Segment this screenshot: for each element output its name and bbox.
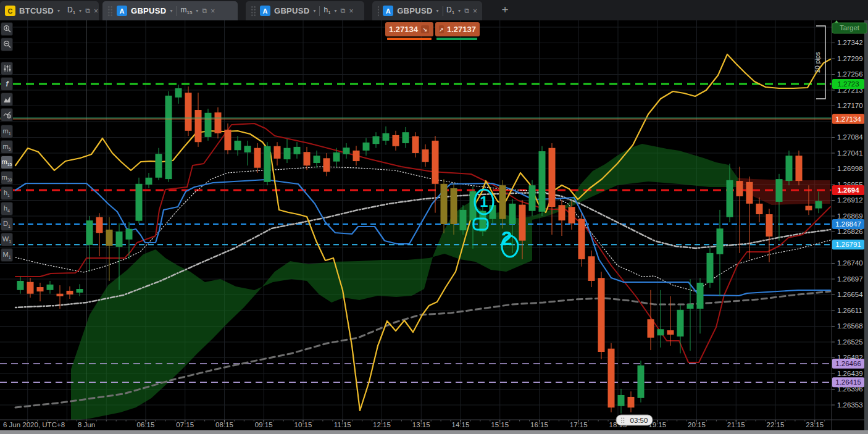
drag-grip-icon xyxy=(624,422,625,423)
indicators-f-button[interactable]: f xyxy=(1,77,13,91)
candle xyxy=(707,248,714,288)
popout-icon[interactable]: ⧉ xyxy=(85,7,90,15)
price-tick-label: 1.26525 xyxy=(837,338,863,346)
tab-gbpusd-h1[interactable]: A GBPUSD ▾ h1 ▾ ⧉ × xyxy=(246,1,364,20)
price-tag-1.26847[interactable]: 1.26847 xyxy=(832,219,864,229)
price-tick-label: 1.26654 xyxy=(837,291,863,298)
price-tick-label: 1.27256 xyxy=(837,70,863,78)
candle-body xyxy=(126,229,133,240)
chevron-down-icon[interactable]: ▾ xyxy=(335,8,337,14)
chart-display-settings-button[interactable] xyxy=(1,62,13,75)
popout-icon[interactable]: ⧉ xyxy=(464,7,469,15)
candle-body xyxy=(373,136,380,144)
timeframe-button-M1[interactable]: M1 xyxy=(1,248,13,262)
candle-body xyxy=(363,143,370,151)
candle-body xyxy=(304,152,311,165)
chevron-down-icon[interactable]: ▾ xyxy=(458,8,461,14)
account-a-icon: A xyxy=(117,6,127,16)
candle-body xyxy=(67,291,73,294)
candle-body xyxy=(175,88,182,98)
drawing-number-label[interactable]: 2 xyxy=(501,227,512,249)
time-tick-label: 10:15 xyxy=(294,421,312,428)
zoom-out-button[interactable] xyxy=(1,38,13,51)
chevron-down-icon[interactable]: ▾ xyxy=(436,8,439,14)
buy-button[interactable]: ↗ 1.27137 xyxy=(435,22,480,36)
price-tag-1.27134[interactable]: 1.27134 xyxy=(832,114,864,124)
zoom-in-icon xyxy=(3,25,11,34)
candle-body xyxy=(195,110,202,142)
price-tick-label: 1.26353 xyxy=(837,401,863,409)
price-tick-label: 1.27299 xyxy=(837,55,863,62)
candle-body xyxy=(17,281,24,290)
close-icon[interactable]: × xyxy=(349,7,353,15)
drag-grip-icon[interactable] xyxy=(377,6,379,17)
popout-icon[interactable]: ⧉ xyxy=(341,7,346,15)
timeframe-button-m5[interactable]: m5 xyxy=(1,140,13,154)
tab-gbpusd-d1[interactable]: A GBPUSD ▾ D1 ▾ ⧉ × xyxy=(372,1,482,20)
candle-body xyxy=(667,330,674,335)
bar-countdown-marker[interactable]: 03:50 xyxy=(616,415,653,425)
close-icon[interactable]: × xyxy=(94,7,98,15)
chevron-down-icon[interactable]: ▾ xyxy=(170,8,172,14)
candle-body xyxy=(215,112,222,133)
chevron-down-icon[interactable]: ▾ xyxy=(313,8,315,14)
timeframe-button-m15[interactable]: m15 xyxy=(1,156,13,169)
chart-options-icon xyxy=(3,111,11,120)
platform-c-icon: C xyxy=(5,6,15,16)
close-icon[interactable]: × xyxy=(473,7,477,15)
tab-gbpusd-m15[interactable]: A GBPUSD ▾ m15 ▾ ⧉ × xyxy=(102,1,238,20)
candle xyxy=(264,142,271,185)
candle xyxy=(529,180,536,216)
timeframe-button-h1[interactable]: h1 xyxy=(1,186,13,200)
tab-timeframe: h1 xyxy=(323,6,330,15)
candle-body xyxy=(598,278,605,352)
price-tag-1.2723[interactable]: 1.2723 xyxy=(832,79,864,89)
time-tick-label: 16:15 xyxy=(530,421,548,428)
candle-body xyxy=(746,182,753,204)
chart-canvas[interactable]: 1220 pips1.273851.273421.272991.272561.2… xyxy=(0,0,868,434)
timeframe-button-m1[interactable]: m1 xyxy=(1,125,13,138)
candle-body xyxy=(786,156,793,181)
zoom-in-button[interactable] xyxy=(1,22,13,36)
time-tick-label: 22:15 xyxy=(767,421,785,428)
sell-button[interactable]: 1.27134 ↘ xyxy=(385,22,433,36)
candle-body xyxy=(578,219,585,259)
chart-type-button[interactable] xyxy=(1,93,13,106)
price-tick-label: 1.26912 xyxy=(837,196,863,204)
price-tag-label: 1.2694 xyxy=(837,186,859,194)
drag-grip-icon[interactable] xyxy=(107,6,113,17)
price-tag-1.2694[interactable]: 1.2694 xyxy=(832,185,864,195)
target-label: Target xyxy=(840,24,860,31)
chevron-down-icon[interactable]: ▾ xyxy=(196,8,198,14)
candle-body xyxy=(86,220,93,245)
candle-body xyxy=(244,146,251,152)
candle-body xyxy=(628,397,635,407)
chevron-down-icon[interactable]: ▾ xyxy=(79,8,81,14)
tab-btcusd-d1[interactable]: C BTCUSD ▾ D1 ▾ ⧉ × xyxy=(0,1,99,20)
chart-options-button[interactable] xyxy=(1,108,13,122)
candle-body xyxy=(254,148,261,168)
close-icon[interactable]: × xyxy=(211,7,215,15)
timeframe-button-D1[interactable]: D1 xyxy=(1,217,13,231)
drag-grip-icon[interactable] xyxy=(251,6,256,17)
price-tag-label: 1.2723 xyxy=(837,80,859,88)
price-tag-1.26415[interactable]: 1.26415 xyxy=(832,377,864,387)
drawing-number-label[interactable]: 1 xyxy=(480,193,488,210)
price-tag-1.26466[interactable]: 1.26466 xyxy=(832,359,864,369)
chevron-down-icon[interactable]: ▾ xyxy=(57,8,60,14)
timeframe-button-m30[interactable]: m30 xyxy=(1,171,13,185)
time-axis-day-label: 8 Jun xyxy=(78,421,95,428)
candle-body xyxy=(460,210,467,230)
right-scroll-strip[interactable] xyxy=(864,20,868,434)
timeframe-button-h4[interactable]: h4 xyxy=(1,202,13,215)
timeframe-button-W1[interactable]: W1 xyxy=(1,233,13,246)
drag-grip-icon xyxy=(621,422,622,423)
new-chart-button[interactable]: + xyxy=(498,2,512,17)
candle xyxy=(165,91,172,182)
time-tick-label: 09:15 xyxy=(255,421,273,428)
popout-icon[interactable]: ⧉ xyxy=(202,7,207,15)
price-tag-1.26791[interactable]: 1.26791 xyxy=(832,240,864,249)
price-tag-label: 1.27134 xyxy=(835,115,861,123)
candle-body xyxy=(77,289,83,293)
candle-body xyxy=(165,96,172,179)
